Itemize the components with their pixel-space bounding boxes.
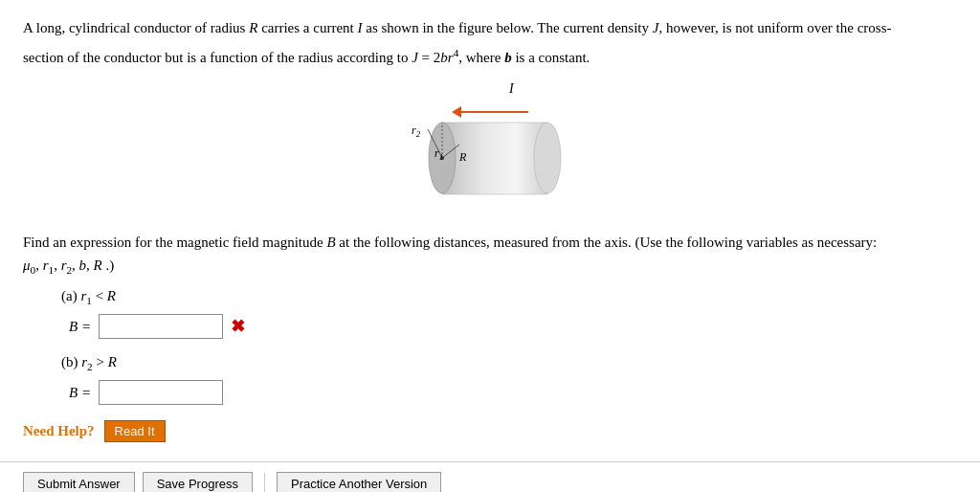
part-a-wrong-mark: ✖	[231, 316, 245, 337]
cylinder-svg	[423, 108, 562, 209]
main-container: A long, cylindrical conductor of radius …	[0, 0, 980, 442]
bottom-bar: Submit Answer Save Progress Practice Ano…	[0, 461, 980, 492]
need-help-label: Need Help?	[23, 423, 95, 439]
figure-area: I	[23, 81, 957, 215]
need-help-section: Need Help? Read It	[23, 420, 957, 442]
part-b-section: (b) r2 > R B =	[61, 354, 957, 405]
current-label: I	[509, 81, 514, 97]
problem-text: A long, cylindrical conductor of radius …	[23, 17, 957, 68]
part-b-input[interactable]	[99, 380, 223, 405]
part-b-input-row: B =	[69, 380, 957, 405]
read-it-button[interactable]: Read It	[104, 420, 166, 442]
part-a-label: (a) r1 < R	[61, 288, 957, 306]
part-b-b-label: B =	[69, 385, 91, 401]
part-a-input-row: B = ✖	[69, 314, 957, 339]
r1-label: r1	[434, 146, 443, 162]
part-a-section: (a) r1 < R B = ✖	[61, 288, 957, 339]
part-b-label: (b) r2 > R	[61, 354, 957, 372]
save-progress-button[interactable]: Save Progress	[143, 472, 253, 492]
separator	[264, 473, 265, 493]
R-label: R	[459, 150, 466, 165]
submit-button[interactable]: Submit Answer	[23, 472, 135, 492]
r2-label: r2	[412, 123, 420, 139]
practice-another-button[interactable]: Practice Another Version	[277, 472, 441, 492]
cylinder-figure: I	[394, 81, 586, 215]
part-a-b-label: B =	[69, 319, 91, 335]
part-a-input[interactable]	[99, 314, 223, 339]
problem-line1: A long, cylindrical conductor of radius …	[23, 17, 957, 39]
problem-line2: section of the conductor but is a functi…	[23, 45, 957, 69]
svg-rect-0	[442, 123, 547, 194]
svg-point-2	[534, 123, 561, 193]
directions-text: Find an expression for the magnetic fiel…	[23, 231, 957, 279]
